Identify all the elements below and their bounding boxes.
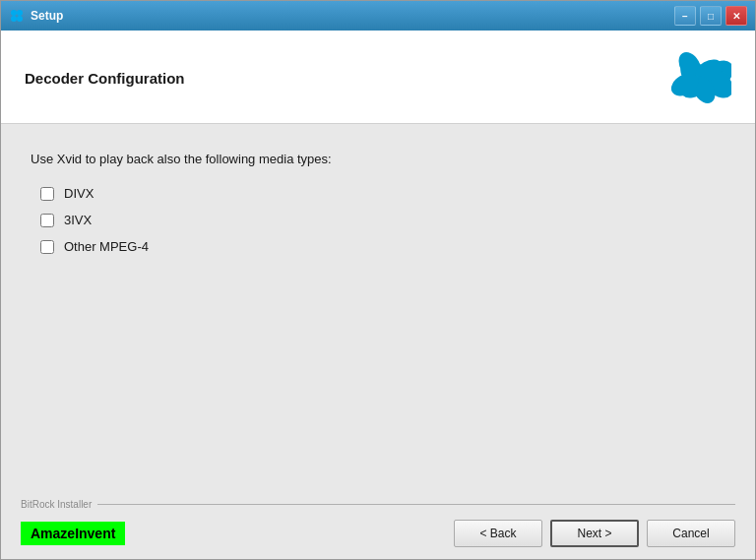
window-title: Setup	[31, 9, 63, 23]
3ivx-checkbox-item: 3IVX	[40, 213, 725, 227]
main-body: Use Xvid to play back also the following…	[1, 124, 755, 491]
app-icon	[9, 8, 25, 24]
mpeg4-checkbox-item: Other MPEG-4	[40, 239, 725, 254]
divx-checkbox[interactable]	[40, 187, 54, 201]
xvid-logo	[662, 48, 731, 107]
close-button[interactable]: ✕	[725, 6, 747, 26]
divx-label: DIVX	[64, 186, 94, 201]
header-section: Decoder Configuration	[1, 31, 755, 124]
svg-point-2	[11, 16, 17, 22]
back-button[interactable]: < Back	[454, 520, 542, 547]
divx-checkbox-item: DIVX	[40, 186, 725, 201]
content-area: Decoder Configuration Use Xvid to play b…	[1, 31, 755, 559]
title-bar-buttons: − □ ✕	[674, 6, 747, 26]
bitrock-label: BitRock Installer	[21, 499, 735, 510]
svg-point-1	[17, 10, 23, 16]
mpeg4-checkbox[interactable]	[40, 240, 54, 254]
page-title: Decoder Configuration	[25, 70, 185, 87]
footer: BitRock Installer AmazeInvent < Back Nex…	[1, 491, 755, 559]
title-bar-left: Setup	[9, 8, 63, 24]
amazeinvent-badge: AmazeInvent	[21, 522, 125, 545]
description-text: Use Xvid to play back also the following…	[31, 152, 725, 166]
3ivx-label: 3IVX	[64, 213, 92, 227]
title-bar: Setup − □ ✕	[1, 1, 755, 31]
cancel-button[interactable]: Cancel	[647, 520, 735, 547]
svg-point-0	[11, 10, 17, 16]
svg-point-3	[17, 16, 23, 22]
next-button[interactable]: Next >	[550, 520, 639, 547]
3ivx-checkbox[interactable]	[40, 214, 54, 227]
footer-buttons: AmazeInvent < Back Next > Cancel	[21, 520, 735, 547]
mpeg4-label: Other MPEG-4	[64, 239, 149, 254]
minimize-button[interactable]: −	[674, 6, 696, 26]
setup-window: Setup − □ ✕ Decoder Configuration	[0, 0, 756, 560]
codec-checkbox-group: DIVX 3IVX Other MPEG-4	[40, 186, 725, 254]
maximize-button[interactable]: □	[700, 6, 722, 26]
